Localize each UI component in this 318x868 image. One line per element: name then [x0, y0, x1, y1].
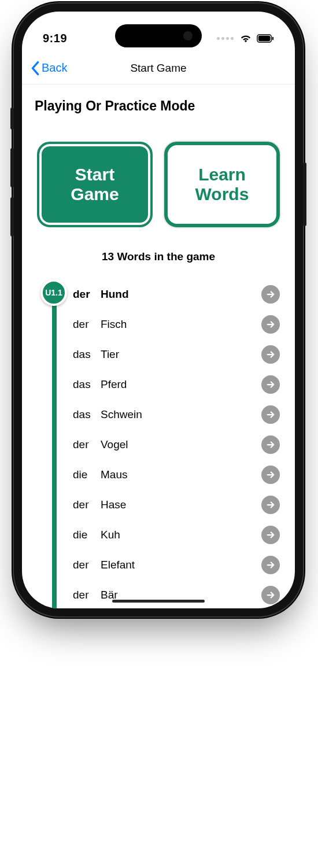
svg-rect-1 [258, 35, 271, 40]
mode-buttons: Start Game Learn Words [35, 142, 282, 227]
battery-icon [257, 34, 274, 43]
word-text: Pferd [101, 378, 261, 391]
word-text: Maus [101, 468, 261, 481]
svg-rect-2 [272, 36, 273, 40]
word-row[interactable]: der Elefant [73, 550, 282, 580]
word-article: das [73, 408, 101, 421]
arrow-right-icon[interactable] [261, 586, 280, 604]
content: Playing Or Practice Mode Start Game Lear… [22, 84, 295, 608]
word-text: Schwein [101, 408, 261, 421]
arrow-right-icon[interactable] [261, 466, 280, 484]
arrow-right-icon[interactable] [261, 526, 280, 544]
arrow-right-icon[interactable] [261, 405, 280, 424]
power-button [303, 162, 306, 226]
page-heading: Playing Or Practice Mode [35, 98, 282, 114]
navigation-bar: Start Game Back [22, 52, 295, 84]
reflection: der Hund der Fisch das Tier das Pferd da… [14, 620, 303, 863]
word-article: die [73, 529, 101, 541]
wifi-icon [239, 33, 252, 43]
word-row[interactable]: die Maus [73, 460, 282, 490]
cellular-dots-icon [217, 37, 234, 40]
word-article: der [73, 559, 101, 571]
unit-badge: U1.1 [40, 279, 67, 306]
start-game-button[interactable]: Start Game [37, 142, 153, 227]
word-article: der [73, 498, 101, 511]
word-article: der [73, 318, 101, 331]
word-row[interactable]: der Bär [73, 580, 282, 608]
word-list: U1.1 der Hund der Fisch das Tier das Pfe… [35, 279, 282, 608]
word-text: Fisch [101, 318, 261, 331]
word-text: Hund [101, 288, 261, 301]
nav-title: Start Game [22, 62, 295, 75]
word-text: Elefant [101, 559, 261, 571]
word-text: Hase [101, 498, 261, 511]
word-row[interactable]: das Tier [73, 339, 282, 370]
word-text: Vogel [101, 438, 261, 451]
word-row[interactable]: die Kuh [73, 520, 282, 550]
side-button [10, 108, 14, 130]
arrow-right-icon[interactable] [261, 435, 280, 454]
word-article: das [73, 348, 101, 361]
word-row[interactable]: das Pferd [73, 370, 282, 400]
home-indicator[interactable] [112, 600, 205, 603]
arrow-right-icon[interactable] [261, 285, 280, 304]
volume-up-button [10, 148, 14, 187]
word-row[interactable]: der Hase [73, 490, 282, 520]
screen: 9:19 Start Game B [22, 12, 295, 608]
arrow-right-icon[interactable] [261, 496, 280, 514]
word-row[interactable]: das Schwein [73, 400, 282, 430]
volume-down-button [10, 197, 14, 237]
learn-words-label: Learn Words [195, 165, 249, 205]
phone-frame: 9:19 Start Game B [14, 3, 303, 616]
word-text: Tier [101, 348, 261, 361]
arrow-right-icon[interactable] [261, 345, 280, 364]
word-row[interactable]: der Vogel [73, 430, 282, 460]
start-game-label: Start Game [71, 165, 119, 205]
word-article: der [73, 438, 101, 451]
word-article: das [73, 378, 101, 391]
dynamic-island [115, 24, 202, 47]
arrow-right-icon[interactable] [261, 556, 280, 574]
word-article: der [73, 589, 101, 601]
word-row[interactable]: der Hund [73, 279, 282, 309]
status-time: 9:19 [43, 32, 67, 45]
arrow-right-icon[interactable] [261, 375, 280, 394]
word-count: 13 Words in the game [35, 250, 282, 263]
timeline-rail [52, 291, 57, 608]
arrow-right-icon[interactable] [261, 315, 280, 334]
word-row[interactable]: der Fisch [73, 309, 282, 339]
word-article: der [73, 288, 101, 301]
word-text: Kuh [101, 529, 261, 541]
learn-words-button[interactable]: Learn Words [164, 142, 280, 227]
word-article: die [73, 468, 101, 481]
